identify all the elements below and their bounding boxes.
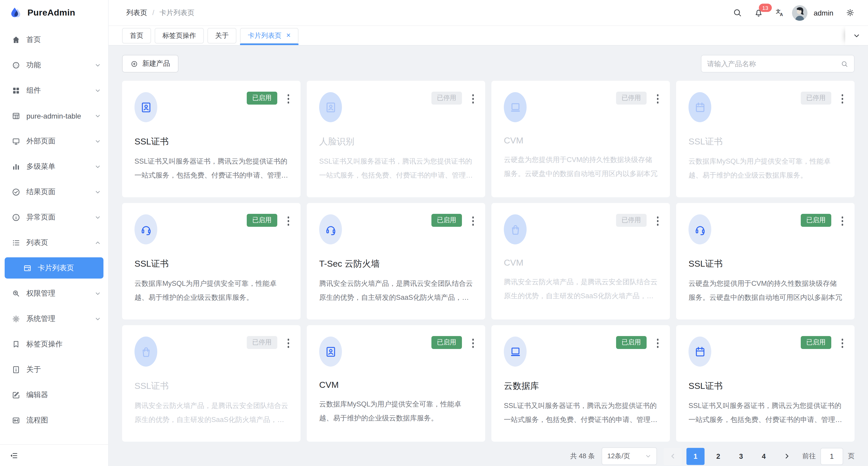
sidebar-footer [0, 444, 108, 466]
tab-首页[interactable]: 首页 [122, 28, 151, 43]
page-button-2[interactable]: 2 [709, 447, 727, 465]
chevron-down-icon [95, 316, 101, 322]
notification-button[interactable]: 13 [748, 0, 769, 26]
page-size-select[interactable]: 12条/页 [601, 447, 657, 465]
product-title: SSL证书 [688, 258, 842, 270]
edit-icon [11, 390, 21, 400]
product-card[interactable]: 已启用SSL证书云硬盘为您提供用于CVM的持久性数据块级存储服务。云硬盘中的数据… [676, 203, 855, 319]
sidebar-item-权限管理[interactable]: 权限管理 [0, 281, 108, 306]
logo[interactable]: PureAdmin [0, 0, 108, 26]
card-more-actions-icon[interactable] [656, 215, 659, 227]
sidebar-item-结果页面[interactable]: 结果页面 [0, 179, 108, 205]
product-card[interactable]: 已停用CVM腾讯安全云防火墙产品，是腾讯云安全团队结合云原生的优势，自主研发的S… [491, 203, 670, 319]
product-card[interactable]: 已启用SSL证书SSL证书又叫服务器证书，腾讯云为您提供证书的一站式服务，包括免… [676, 325, 855, 442]
sidebar-item-异常页面[interactable]: 异常页面 [0, 205, 108, 230]
new-product-button[interactable]: 新建产品 [122, 55, 179, 72]
product-card[interactable]: 已启用CVM云数据库MySQL为用户提供安全可靠，性能卓越、易于维护的企业级云数… [307, 325, 485, 442]
bar-chart-icon [11, 162, 21, 171]
card-more-actions-icon[interactable] [286, 215, 290, 227]
bookmark-icon [11, 340, 21, 349]
product-title: T-Sec 云防火墙 [319, 258, 473, 270]
sidebar-item-列表页[interactable]: 列表页 [0, 230, 108, 255]
product-description: SSL证书又叫服务器证书，腾讯云为您提供证书的一站式服务，包括免费、付费证书的申… [319, 154, 473, 182]
goto-page-input[interactable] [820, 447, 843, 465]
sidebar-item-pure-admin-table[interactable]: pure-admin-table [0, 103, 108, 128]
sidebar-item-系统管理[interactable]: 系统管理 [0, 306, 108, 331]
chevron-down-icon [95, 290, 101, 296]
card-more-actions-icon[interactable] [840, 215, 844, 227]
card-more-actions-icon[interactable] [286, 93, 290, 104]
search-button[interactable] [727, 0, 748, 26]
product-icon-circle [319, 92, 342, 122]
product-card[interactable]: 已启用SSL证书SSL证书又叫服务器证书，腾讯云为您提供证书的一站式服务，包括免… [122, 81, 301, 197]
sidebar-item-label: 结果页面 [26, 187, 95, 197]
table-icon [11, 111, 21, 120]
tab-标签页操作[interactable]: 标签页操作 [155, 28, 204, 43]
page-button-3[interactable]: 3 [732, 447, 750, 465]
chevron-down-icon [95, 62, 101, 68]
search-icon[interactable] [841, 60, 848, 67]
sidebar-item-首页[interactable]: 首页 [0, 27, 108, 52]
card-more-actions-icon[interactable] [656, 338, 659, 349]
card-more-actions-icon[interactable] [840, 338, 844, 349]
tabs-menu-button[interactable] [845, 26, 868, 45]
settings-button[interactable] [840, 0, 861, 26]
product-card[interactable]: 已停用CVM云硬盘为您提供用于CVM的持久性数据块级存储服务。云硬盘中的数据自动… [491, 81, 670, 197]
next-page-button[interactable] [777, 447, 796, 465]
tab-关于[interactable]: 关于 [208, 28, 237, 43]
collapse-sidebar-icon[interactable] [9, 451, 19, 460]
avatar [792, 5, 807, 21]
id-card-icon [140, 101, 152, 114]
card-more-actions-icon[interactable] [471, 93, 475, 104]
card-more-actions-icon[interactable] [286, 338, 290, 349]
sidebar-item-功能[interactable]: 功能 [0, 52, 108, 78]
close-icon[interactable]: ✕ [286, 32, 291, 39]
page-button-1[interactable]: 1 [686, 447, 705, 465]
sidebar-item-卡片列表页[interactable]: 卡片列表页 [5, 257, 103, 279]
gear-icon [11, 314, 21, 323]
card-more-actions-icon[interactable] [656, 93, 659, 104]
tab-label: 首页 [130, 31, 143, 40]
card-more-actions-icon[interactable] [840, 93, 844, 104]
sidebar-item-流程图[interactable]: 流程图 [0, 407, 108, 433]
product-card[interactable]: 已启用云数据库SSL证书又叫服务器证书，腾讯云为您提供证书的一站式服务，包括免费… [491, 325, 670, 442]
tab-卡片列表页[interactable]: 卡片列表页✕ [240, 28, 299, 43]
list-icon [11, 238, 21, 247]
breadcrumb-parent[interactable]: 列表页 [126, 8, 147, 17]
language-button[interactable]: 文A [769, 0, 790, 26]
chevron-down-icon [95, 214, 101, 220]
product-search-box [701, 55, 855, 72]
product-card[interactable]: 已停用SSL证书云数据库MySQL为用户提供安全可靠，性能卓越、易于维护的企业级… [676, 81, 855, 197]
new-product-label: 新建产品 [142, 59, 170, 68]
product-card[interactable]: 已启用SSL证书云数据库MySQL为用户提供安全可靠，性能卓越、易于维护的企业级… [122, 203, 301, 319]
pagination-total: 共 48 条 [570, 452, 595, 461]
main-column: 列表页 / 卡片列表页 13 文A admin [108, 0, 868, 466]
page-button-4[interactable]: 4 [755, 447, 773, 465]
sidebar-item-外部页面[interactable]: 外部页面 [0, 128, 108, 154]
sidebar-item-关于[interactable]: 关于 [0, 357, 108, 382]
headset-icon [324, 223, 337, 236]
previous-page-button[interactable] [664, 447, 682, 465]
sidebar-item-label: 卡片列表页 [38, 263, 96, 272]
laptop-icon [509, 345, 522, 358]
user-avatar-button[interactable] [790, 0, 809, 26]
product-search-input[interactable] [707, 60, 841, 67]
product-icon-circle [504, 337, 527, 367]
search-icon [733, 8, 742, 18]
product-card[interactable]: 已启用T-Sec 云防火墙腾讯安全云防火墙产品，是腾讯云安全团队结合云原生的优势… [307, 203, 485, 319]
id-card-icon [324, 345, 337, 358]
sidebar-menu: 首页功能组件pure-admin-table外部页面多级菜单结果页面异常页面列表… [0, 26, 108, 444]
product-card[interactable]: 已停用人脸识别SSL证书又叫服务器证书，腾讯云为您提供证书的一站式服务，包括免费… [307, 81, 485, 197]
sidebar-item-标签页操作[interactable]: 标签页操作 [0, 331, 108, 357]
sidebar-item-编辑器[interactable]: 编辑器 [0, 382, 108, 407]
status-badge: 已启用 [801, 214, 831, 227]
sidebar-item-多级菜单[interactable]: 多级菜单 [0, 154, 108, 179]
chevron-down-icon [853, 32, 860, 39]
product-card[interactable]: 已停用SSL证书腾讯安全云防火墙产品，是腾讯云安全团队结合云原生的优势，自主研发… [122, 325, 301, 442]
card-more-actions-icon[interactable] [471, 338, 475, 349]
chevron-down-icon [95, 138, 101, 144]
product-icon-circle [688, 214, 711, 244]
sidebar-item-组件[interactable]: 组件 [0, 78, 108, 103]
username-label[interactable]: admin [814, 8, 833, 17]
card-more-actions-icon[interactable] [471, 215, 475, 227]
